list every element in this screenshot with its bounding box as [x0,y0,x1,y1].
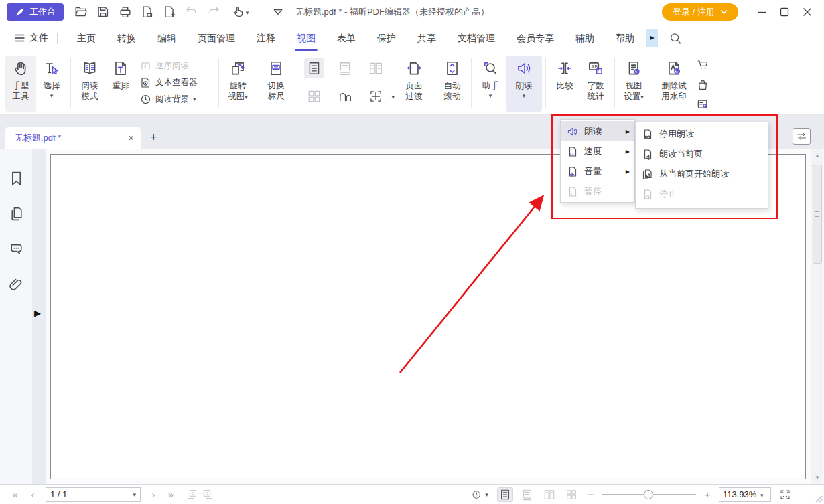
add-page-button[interactable] [161,4,178,20]
prev-page-button[interactable]: ‹ [24,489,42,500]
submenu-item-read-from-current-page[interactable]: 从当前页开始朗读 [636,164,768,184]
assistant-button[interactable]: 助手 ▾ [475,56,506,112]
compare-button[interactable]: 比较 [549,56,580,112]
workbench-button[interactable]: 工作台 [7,3,64,21]
read-aloud-button[interactable]: 朗读 ▾ [506,56,542,112]
close-button[interactable] [796,3,819,21]
window-resize-grip[interactable] [813,493,823,503]
bag-button[interactable] [694,76,711,93]
reverse-reading-button[interactable]: 逆序阅读 [140,58,215,73]
comments-panel-icon[interactable] [8,241,25,258]
dock-settings-button[interactable] [694,96,711,112]
close-tab-icon[interactable]: × [128,133,134,143]
scroll-down-button[interactable]: ▼ [811,472,823,483]
scrollbar-thumb[interactable] [813,165,822,264]
rotate-view-button[interactable]: 旋转视图▾ [222,56,253,112]
open-file-button[interactable] [73,4,89,20]
zoom-level-input[interactable] [723,489,760,499]
attachments-panel-icon[interactable] [8,276,25,293]
menu-item-pause[interactable]: 暂停 [561,181,634,201]
single-page-layout-button[interactable] [304,58,324,78]
cart-button[interactable] [694,57,711,74]
menu-item-volume[interactable]: 音量 ▶ [561,161,634,181]
page-number-combobox[interactable]: ▾ [46,487,141,502]
hand-tool-button[interactable]: 手型工具 [5,56,36,112]
split-view-button[interactable]: ▾ [366,86,386,106]
quad-layout-button[interactable] [304,86,324,106]
zoom-slider-handle[interactable] [644,490,653,499]
tab-home[interactable]: 主页 [66,24,107,52]
document-tab[interactable]: 无标题.pdf * × [5,127,141,149]
reading-background-toggle[interactable]: ▾ [468,487,491,502]
menu-item-speed[interactable]: 速度 ▶ [561,141,634,161]
zoom-level-caret-icon[interactable]: ▾ [760,492,764,499]
swap-panels-button[interactable] [793,128,811,145]
hand-gesture-tool-button[interactable]: ▾ [228,4,252,20]
auto-scroll-button[interactable]: 自动滚动 [437,56,468,112]
next-page-button[interactable]: › [145,489,162,500]
submenu-item-read-current-page[interactable]: 朗读当前页 [636,144,768,164]
facing-layout-button[interactable] [366,58,386,78]
last-page-button[interactable]: » [162,489,180,500]
select-button[interactable]: 选择 ▾ [36,56,67,112]
zoom-in-button[interactable]: + [702,489,713,500]
tab-protect[interactable]: 保护 [366,24,407,52]
tab-doc-manage[interactable]: 文档管理 [447,24,506,52]
zoom-level-combobox[interactable]: ▾ [719,487,771,502]
toggle-ruler-button[interactable]: 切换标尺 [261,56,291,112]
view-settings-button[interactable]: 视图设置▾ [618,56,649,112]
separate-cover-button[interactable] [335,86,355,106]
page-number-input[interactable] [50,489,117,499]
minimize-button[interactable] [750,3,773,21]
tab-overflow-button[interactable]: ▶ [646,29,658,47]
reading-mode-button[interactable]: 阅读模式 [74,56,105,112]
tab-page-manage[interactable]: 页面管理 [187,24,246,52]
remove-watermark-button[interactable]: 删除试用水印 [657,56,691,112]
tab-comment[interactable]: 注释 [246,24,286,52]
tab-share[interactable]: 共享 [407,24,447,52]
next-view-button[interactable] [200,487,216,502]
maximize-button[interactable] [773,3,796,21]
tab-view[interactable]: 视图 [286,24,326,52]
scroll-up-button[interactable]: ▲ [811,150,823,161]
fit-screen-button[interactable] [777,487,793,502]
page-transition-button[interactable]: 页面过渡 [399,56,429,112]
reflow-button[interactable]: 重排 [105,56,136,112]
redo-button[interactable] [206,4,222,20]
continuous-layout-button[interactable] [519,487,535,502]
file-menu[interactable]: 文件 [15,32,48,44]
text-viewer-button[interactable]: 文本查看器 [140,75,215,90]
tab-form[interactable]: 表单 [326,24,366,52]
login-register-button[interactable]: 登录 / 注册 [662,3,738,21]
quad-layout-button[interactable] [563,487,579,502]
submenu-item-stop[interactable]: 停止 [636,184,768,204]
new-tab-button[interactable]: + [146,131,161,144]
tab-convert[interactable]: 转换 [107,24,147,52]
vertical-scrollbar[interactable]: ▲ ▼ [811,149,823,484]
print-button[interactable] [117,4,133,20]
tab-help[interactable]: 帮助 [605,24,645,52]
word-count-button[interactable]: AB 字数统计 [580,56,611,112]
facing-layout-button[interactable] [541,487,557,502]
menu-item-read[interactable]: 朗读 ▶ [561,121,634,141]
tab-member[interactable]: 会员专享 [506,24,565,52]
panel-expand-handle[interactable]: ▶ [34,308,41,318]
save-button[interactable] [95,4,111,20]
bookmarks-panel-icon[interactable] [8,170,25,187]
export-page-button[interactable] [139,4,155,20]
undo-button[interactable] [184,4,200,20]
reading-background-button[interactable]: 阅读背景 ▾ [140,92,215,106]
continuous-layout-button[interactable] [335,58,355,78]
first-page-button[interactable]: « [7,489,24,500]
pages-panel-icon[interactable] [8,205,25,222]
tab-assist[interactable]: 辅助 [565,24,605,52]
previous-view-button[interactable] [184,487,200,502]
page-number-caret-icon[interactable]: ▾ [133,491,136,498]
submenu-item-deactivate-read[interactable]: 停用朗读 [636,124,768,144]
tab-edit[interactable]: 编辑 [147,24,187,52]
collapse-toolbar-icon[interactable] [270,4,286,20]
search-button[interactable] [667,29,684,47]
zoom-slider[interactable] [602,490,696,499]
single-page-layout-button[interactable] [497,487,513,502]
zoom-out-button[interactable]: − [586,489,596,500]
